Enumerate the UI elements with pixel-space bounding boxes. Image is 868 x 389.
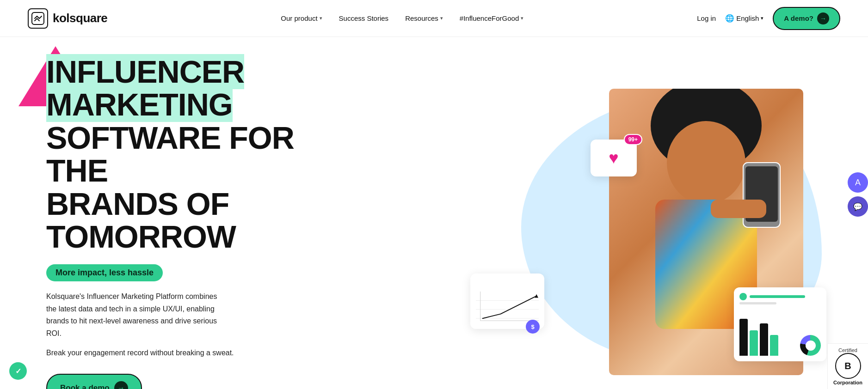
- corporation-text: Corporation: [833, 380, 862, 385]
- chat-button[interactable]: 💬: [848, 196, 868, 217]
- logo[interactable]: kolsquare: [28, 8, 107, 29]
- title-wrapper: INFLUENCER MARKETING SOFTWARE FOR THE BR…: [46, 55, 342, 253]
- header-demo-button[interactable]: A demo? →: [773, 7, 840, 30]
- nav-item-resources[interactable]: Resources ▾: [405, 14, 443, 22]
- certified-text: Certified: [838, 347, 857, 353]
- svg-point-2: [667, 121, 745, 204]
- nav-item-influence[interactable]: #InfluenceForGood ▾: [460, 14, 523, 22]
- hero-title-line2: SOFTWARE FOR THE: [46, 120, 294, 188]
- chevron-down-icon: ▾: [761, 15, 763, 21]
- chat-icon: 💬: [853, 202, 862, 211]
- chevron-down-icon: ▾: [521, 15, 523, 21]
- heart-icon: ♥: [609, 148, 618, 168]
- arrow-right-icon: →: [817, 12, 829, 24]
- line-chart: [476, 291, 539, 323]
- arrow-right-icon: →: [114, 381, 128, 389]
- header: kolsquare Our product ▾ Success Stories …: [0, 0, 868, 37]
- language-selector[interactable]: 🌐 English ▾: [725, 14, 763, 23]
- translate-icon: A: [855, 178, 861, 188]
- hero-title-line1: INFLUENCER MARKETING: [46, 54, 244, 122]
- main-content: INFLUENCER MARKETING SOFTWARE FOR THE BR…: [0, 37, 868, 389]
- logo-wordmark: kolsquare: [53, 11, 107, 25]
- bar-chart-card: [734, 287, 826, 361]
- nav-item-success[interactable]: Success Stories: [339, 14, 389, 22]
- book-demo-button[interactable]: Book a demo →: [46, 374, 142, 389]
- heart-notification-bubble: 99+ ♥: [591, 140, 637, 176]
- line-chart-card: $: [470, 274, 544, 329]
- translate-button[interactable]: A: [848, 172, 868, 193]
- hero-title: INFLUENCER MARKETING SOFTWARE FOR THE BR…: [46, 55, 342, 253]
- bcorp-logo: B: [835, 353, 861, 379]
- chevron-down-icon: ▾: [320, 15, 322, 21]
- globe-icon: 🌐: [725, 14, 734, 23]
- cta-area: Book a demo → ↩ with a Kolsquare expert: [46, 374, 342, 389]
- notification-count: 99+: [624, 134, 642, 145]
- hero-right: 99+ ♥ $: [461, 84, 840, 389]
- card-text-lines: [739, 293, 821, 310]
- bottom-badge: ✓: [9, 362, 27, 380]
- bar-chart-bars: [739, 314, 778, 356]
- hero-left: INFLUENCER MARKETING SOFTWARE FOR THE BR…: [46, 55, 342, 389]
- dollar-badge: $: [526, 320, 540, 334]
- nav-item-product[interactable]: Our product ▾: [281, 14, 322, 22]
- login-button[interactable]: Log in: [697, 14, 716, 22]
- header-right: Log in 🌐 English ▾ A demo? →: [697, 7, 840, 30]
- chevron-down-icon: ▾: [440, 15, 443, 21]
- bcorp-badge: Certified B Corporation: [827, 343, 868, 389]
- svg-marker-12: [535, 294, 538, 298]
- hero-title-line3: BRANDS OF TOMORROW: [46, 186, 236, 254]
- svg-rect-0: [32, 12, 44, 24]
- tagline-pill: More impact, less hassle: [46, 264, 163, 281]
- hero-description: Kolsquare's Influencer Marketing Platfor…: [46, 291, 231, 340]
- checkmark-icon: ✓: [15, 367, 21, 376]
- main-nav: Our product ▾ Success Stories Resources …: [281, 14, 523, 22]
- hero-break-line: Break your engagement record without bre…: [46, 349, 342, 357]
- logo-icon: [28, 8, 48, 29]
- right-fixed-panel: A 💬: [848, 172, 868, 217]
- donut-chart: [800, 335, 821, 356]
- svg-rect-6: [711, 200, 766, 218]
